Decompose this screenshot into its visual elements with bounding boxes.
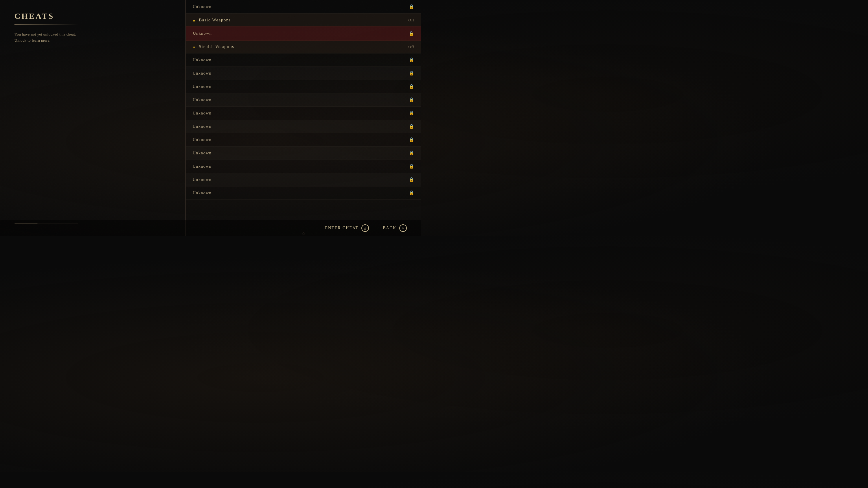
list-item[interactable]: Unknown 🔒 — [186, 80, 421, 93]
cheat-item-name: Unknown — [193, 5, 212, 9]
cheat-item-name: Unknown — [193, 31, 212, 36]
lock-icon: 🔒 — [409, 137, 414, 142]
triangle-button[interactable] — [361, 224, 369, 232]
list-item[interactable]: Unknown 🔒 — [186, 93, 421, 107]
cheat-list: Unknown 🔒 ★ Basic Weapons Off Unknown 🔒 — [186, 0, 421, 231]
list-item[interactable]: ★ Stealth Weapons Off — [186, 40, 421, 54]
page-title: CHEATS — [14, 11, 171, 21]
back-action[interactable]: Back — [383, 224, 407, 232]
right-panel: Unknown 🔒 ★ Basic Weapons Off Unknown 🔒 — [185, 0, 421, 236]
item-left: Unknown — [193, 177, 212, 182]
list-item[interactable]: Unknown 🔒 — [186, 160, 421, 173]
lock-icon: 🔒 — [409, 97, 414, 103]
star-icon: ★ — [193, 44, 195, 50]
cheat-item-name: Unknown — [193, 124, 212, 129]
cheat-item-name: Unknown — [193, 151, 212, 156]
cheat-item-name: Unknown — [193, 58, 212, 62]
cheat-item-name: Unknown — [193, 85, 212, 89]
left-panel: CHEATS You have not yet unlocked this ch… — [0, 0, 185, 236]
list-item[interactable]: Unknown 🔒 — [186, 67, 421, 80]
item-left: ★ Basic Weapons — [193, 18, 231, 23]
list-item[interactable]: Unknown 🔒 — [186, 107, 421, 120]
list-item[interactable]: Unknown 🔒 — [186, 147, 421, 160]
item-left: Unknown — [193, 5, 212, 9]
title-divider — [14, 24, 78, 25]
lock-icon: 🔒 — [409, 150, 414, 156]
item-left: Unknown — [193, 164, 212, 169]
cheat-item-name: Unknown — [193, 191, 212, 195]
description-line1: You have not yet unlocked this cheat. — [14, 32, 76, 36]
lock-icon: 🔒 — [408, 31, 414, 36]
main-layout: CHEATS You have not yet unlocked this ch… — [0, 0, 421, 236]
list-item[interactable]: Unknown 🔒 — [186, 173, 421, 187]
item-left: Unknown — [193, 191, 212, 195]
cheat-item-name: Unknown — [193, 177, 212, 182]
item-left: Unknown — [193, 71, 212, 76]
cheat-description: You have not yet unlocked this cheat. Un… — [14, 32, 171, 44]
lock-icon: 🔒 — [409, 57, 414, 63]
bottom-action-bar: Enter Cheat Back — [0, 220, 421, 236]
description-line2: Unlock to learn more. — [14, 38, 51, 42]
list-item[interactable]: Unknown 🔒 — [186, 0, 421, 13]
cheat-item-name: Unknown — [193, 111, 212, 116]
item-left: Unknown — [193, 31, 212, 36]
back-label: Back — [383, 226, 396, 230]
lock-icon: 🔒 — [409, 124, 414, 129]
star-icon: ★ — [193, 18, 195, 23]
list-item[interactable]: Unknown 🔒 — [186, 120, 421, 133]
lock-icon: 🔒 — [409, 4, 414, 9]
lock-icon: 🔒 — [409, 70, 414, 76]
cheat-status: Off — [408, 44, 414, 49]
item-left: ★ Stealth Weapons — [193, 44, 235, 50]
cheat-item-name: Stealth Weapons — [199, 44, 234, 49]
item-left: Unknown — [193, 111, 212, 116]
list-item[interactable]: Unknown 🔒 — [186, 187, 421, 200]
lock-icon: 🔒 — [409, 164, 414, 169]
cheat-item-name: Unknown — [193, 138, 212, 142]
item-left: Unknown — [193, 138, 212, 142]
item-left: Unknown — [193, 124, 212, 129]
list-item[interactable]: Unknown 🔒 — [186, 133, 421, 147]
enter-cheat-label: Enter Cheat — [325, 226, 359, 230]
item-left: Unknown — [193, 98, 212, 102]
lock-icon: 🔒 — [409, 84, 414, 89]
lock-icon: 🔒 — [409, 110, 414, 116]
cheat-item-name: Unknown — [193, 71, 212, 76]
cheat-item-name: Unknown — [193, 164, 212, 169]
item-left: Unknown — [193, 58, 212, 62]
enter-cheat-action[interactable]: Enter Cheat — [325, 224, 369, 232]
circle-button[interactable] — [399, 224, 407, 232]
lock-icon: 🔒 — [409, 190, 414, 196]
cheat-item-name: Unknown — [193, 98, 212, 102]
item-left: Unknown — [193, 151, 212, 156]
cheat-item-name: Basic Weapons — [199, 18, 231, 23]
list-item[interactable]: Unknown 🔒 — [186, 54, 421, 67]
lock-icon: 🔒 — [409, 177, 414, 183]
cheat-status: Off — [408, 18, 414, 23]
item-left: Unknown — [193, 85, 212, 89]
list-item[interactable]: ★ Basic Weapons Off — [186, 13, 421, 27]
list-item[interactable]: Unknown 🔒 — [186, 27, 421, 40]
